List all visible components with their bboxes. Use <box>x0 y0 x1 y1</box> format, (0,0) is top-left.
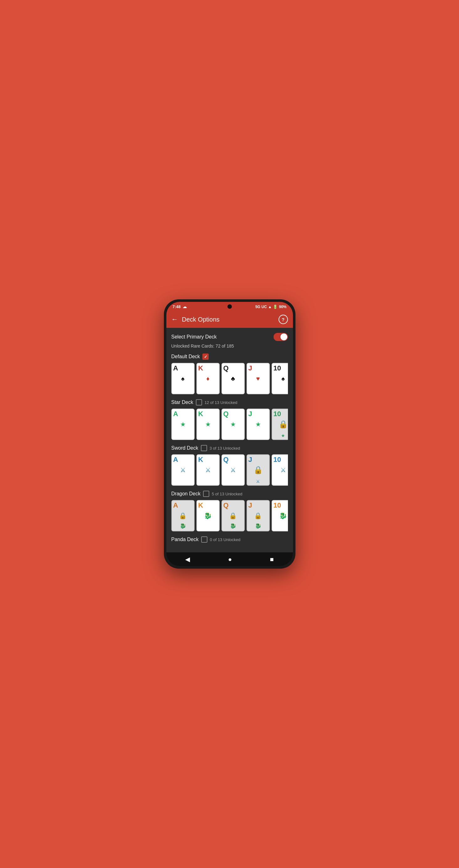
battery-label: 90% <box>279 305 286 309</box>
card-letter: Q <box>223 365 243 372</box>
toggle-label: Select Primary Deck <box>171 334 217 340</box>
card[interactable]: A🔒🐉 <box>171 500 195 531</box>
deck-header-3: Dragon Deck5 of 13 Unlocked <box>171 491 288 497</box>
deck-name: Dragon Deck <box>171 491 201 497</box>
deck-checkbox[interactable] <box>196 399 202 405</box>
card-letter: A <box>173 410 193 417</box>
card[interactable]: J🔒⚔ <box>247 454 270 486</box>
card[interactable]: A⚔ <box>171 454 195 486</box>
card-center-symbol: ⚔ <box>205 466 211 474</box>
card[interactable]: Q⚔ <box>222 454 245 486</box>
card[interactable]: Q🔒🐉 <box>222 500 245 531</box>
card[interactable]: K⚔ <box>196 454 220 486</box>
lock-icon: 🔒 <box>254 466 263 474</box>
battery-icon: 🔋 <box>273 305 278 309</box>
lock-icon: 🔒 <box>254 512 262 520</box>
card-letter: A <box>173 365 193 372</box>
card-letter: K <box>198 410 218 417</box>
card[interactable]: 10♠ <box>271 363 288 394</box>
page-title: Deck Options <box>182 316 279 323</box>
status-left: 7:48 ☁ <box>173 304 187 309</box>
deck-name: Star Deck <box>171 400 193 405</box>
recent-nav-button[interactable]: ■ <box>270 556 274 563</box>
card-letter: K <box>198 502 218 509</box>
bottom-nav: ◀ ● ■ <box>166 552 293 566</box>
unlock-count-label: 5 of 13 Unlocked <box>212 492 242 496</box>
deck-section-sword-deck: Sword Deck3 of 13 UnlockedA⚔K⚔Q⚔J🔒⚔10⚔ <box>171 445 288 486</box>
deck-name: Panda Deck <box>171 537 199 542</box>
phone-frame: 7:48 ☁ 5G UC ▲ 🔋 90% ← Deck Options ? Se… <box>164 299 295 569</box>
card-center-symbol: 🐉 <box>279 512 287 520</box>
cards-row: A♠K♦Q♣J♥10♠ <box>171 363 288 394</box>
unlock-count-label: 12 of 13 Unlocked <box>205 400 237 405</box>
deck-name: Sword Deck <box>171 445 198 451</box>
camera-notch <box>227 304 232 309</box>
card-center-symbol: ♠ <box>281 375 285 382</box>
card-letter: 10 <box>274 456 288 463</box>
card[interactable]: 10🐉 <box>271 500 288 531</box>
card[interactable]: K★ <box>196 409 220 440</box>
network-label: 5G UC <box>255 305 267 309</box>
card-letter: J <box>249 456 268 463</box>
card-center-symbol: ♣ <box>231 375 235 382</box>
unlock-count-label: 0 of 13 Unlocked <box>210 537 240 542</box>
card-center-symbol: ⚔ <box>280 466 286 474</box>
card-letter: A <box>173 502 193 509</box>
card[interactable]: J♥ <box>247 363 270 394</box>
dragon-symbol: 🐉 <box>230 523 236 529</box>
home-nav-button[interactable]: ● <box>228 556 232 563</box>
card-letter: 10 <box>274 410 288 417</box>
card-center-symbol: ★ <box>205 421 211 428</box>
deck-checkbox[interactable] <box>203 491 209 497</box>
back-button[interactable]: ← <box>171 315 178 323</box>
card[interactable]: Q♣ <box>222 363 245 394</box>
card-center-symbol: ⚔ <box>180 466 186 474</box>
card[interactable]: J🔒🐉 <box>247 500 270 531</box>
cards-row: A⚔K⚔Q⚔J🔒⚔10⚔ <box>171 454 288 486</box>
deck-header-0: Default Deck <box>171 353 288 360</box>
card-center-symbol: ♦ <box>206 375 209 382</box>
card-center-symbol: ⚔ <box>230 466 236 474</box>
cards-row: A🔒🐉K🐉Q🔒🐉J🔒🐉10🐉 <box>171 500 288 531</box>
card-center-symbol: ★ <box>230 421 236 428</box>
deck-section-dragon-deck: Dragon Deck5 of 13 UnlockedA🔒🐉K🐉Q🔒🐉J🔒🐉10… <box>171 491 288 531</box>
card[interactable]: K♦ <box>196 363 220 394</box>
card[interactable]: A★ <box>171 409 195 440</box>
deck-header-1: Star Deck12 of 13 Unlocked <box>171 399 288 405</box>
deck-section-panda-deck: Panda Deck0 of 13 Unlocked <box>171 536 288 542</box>
top-bar: ← Deck Options ? <box>166 311 293 328</box>
signal-icon: ▲ <box>268 305 272 309</box>
card[interactable]: Q★ <box>222 409 245 440</box>
card[interactable]: J★ <box>247 409 270 440</box>
time-display: 7:48 <box>173 304 181 309</box>
main-content: Select Primary Deck Unlocked Rare Cards:… <box>166 328 293 552</box>
card-letter: Q <box>223 502 243 509</box>
lock-icon: 🔒 <box>229 512 237 520</box>
back-nav-button[interactable]: ◀ <box>185 556 190 563</box>
deck-section-default-deck: Default DeckA♠K♦Q♣J♥10♠ <box>171 353 288 394</box>
card[interactable]: 10⚔ <box>271 454 288 486</box>
card[interactable]: 10🔒★ <box>271 409 288 440</box>
deck-name: Default Deck <box>171 354 200 360</box>
card-letter: Q <box>223 456 243 463</box>
card-letter: 10 <box>274 502 288 509</box>
deck-checkbox[interactable] <box>201 536 207 542</box>
deck-header-2: Sword Deck3 of 13 Unlocked <box>171 445 288 451</box>
card-center-symbol: ★ <box>255 421 261 428</box>
card-center-symbol: 🐉 <box>204 512 212 520</box>
select-primary-toggle-row: Select Primary Deck <box>171 333 288 341</box>
card-letter: 10 <box>274 365 288 372</box>
deck-checkbox[interactable] <box>202 353 209 360</box>
card-center-symbol: ★ <box>180 421 186 428</box>
help-button[interactable]: ? <box>279 315 288 324</box>
card-center-symbol: ♥ <box>256 375 260 382</box>
primary-deck-toggle[interactable] <box>274 333 288 341</box>
card[interactable]: A♠ <box>171 363 195 394</box>
lock-icon: 🔒 <box>179 512 187 520</box>
status-right: 5G UC ▲ 🔋 90% <box>255 305 287 309</box>
deck-checkbox[interactable] <box>201 445 207 451</box>
cloud-icon: ☁ <box>183 304 187 309</box>
card[interactable]: K🐉 <box>196 500 220 531</box>
decks-container: Default DeckA♠K♦Q♣J♥10♠Star Deck12 of 13… <box>171 353 288 542</box>
card-letter: J <box>249 410 268 417</box>
